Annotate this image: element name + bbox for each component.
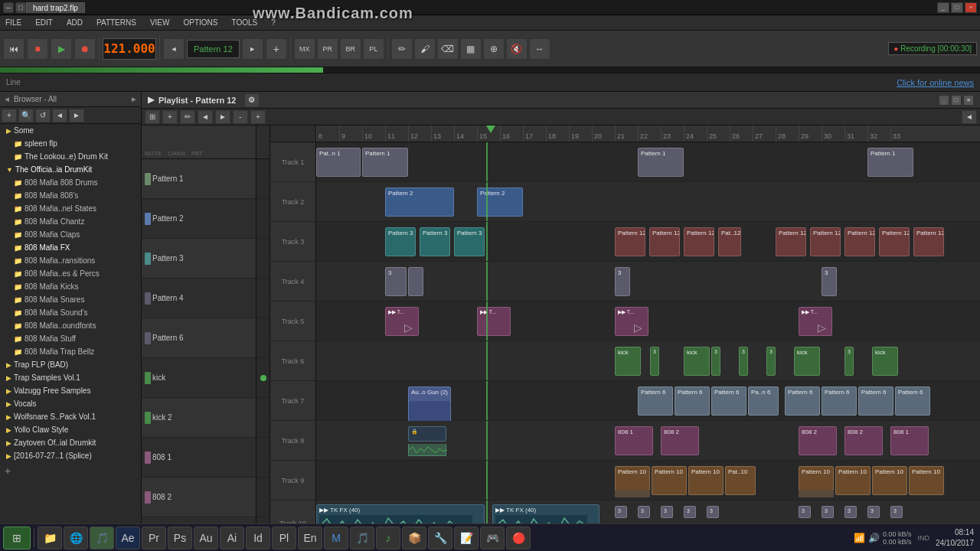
segment-t10-3j[interactable]: 3 (890, 506, 903, 518)
taskbar-indesign[interactable]: Id (246, 527, 270, 549)
segment-t5-808b[interactable]: ▶▶ T... (477, 307, 511, 336)
taskbar-prelude[interactable]: Pl (272, 527, 296, 549)
pattern-row-808-1[interactable]: 808 1 (142, 438, 256, 478)
segment-t3-ptn12h[interactable]: Pattern 12 (879, 227, 910, 256)
menu-edit[interactable]: EDIT (33, 18, 55, 28)
segment-t10-3c[interactable]: 3 (661, 506, 673, 518)
segment-t3-ptn12c[interactable]: Pattern 12 (684, 227, 714, 256)
segment-t8-808-3[interactable]: 808 2 (799, 426, 837, 455)
previous-btn[interactable]: ⏮ (3, 38, 24, 60)
menu-tools[interactable]: TOOLS (229, 18, 260, 28)
pattern-row-6[interactable]: Pattern 6 (142, 318, 256, 358)
segment-t7-ptn6h[interactable]: Pattern 6 (895, 386, 930, 416)
segment-t2-ptn2a[interactable]: Pattern 2 (385, 187, 454, 217)
browser-add-folder-btn[interactable]: + (0, 462, 141, 479)
browser-item-some[interactable]: ▶Some (0, 124, 141, 137)
pencil-tool[interactable]: ✏ (391, 38, 413, 60)
segment-t7-ptn6a[interactable]: Pattern 6 (638, 386, 673, 416)
add-pattern-btn[interactable]: + (266, 38, 287, 60)
segment-t8-lock[interactable]: 🔒 (408, 426, 446, 442)
browser-item-lookou[interactable]: 📁The Lookou..e) Drum Kit (0, 150, 141, 163)
browser-item-kicks[interactable]: 📁808 Mafia Kicks (0, 280, 141, 293)
segment-t4-b[interactable] (408, 267, 423, 296)
segment-t3-ptn12f[interactable]: Pattern 12 (810, 227, 841, 256)
segment-t10-3d[interactable]: 3 (684, 506, 696, 518)
browser-item-chantz[interactable]: 📁808 Mafia Chantz (0, 215, 141, 228)
pattern-row-4[interactable]: Pattern 4 (142, 279, 256, 318)
browser-item-valzugg[interactable]: ▶Valzugg Free Samples (0, 384, 141, 397)
next-marker-btn[interactable]: ► (215, 110, 230, 124)
segment-t3-ptn3c[interactable]: Pattern 3 (454, 227, 485, 256)
zoom-in-btn[interactable]: + (250, 110, 266, 124)
segment-t1-ptn1d[interactable]: Pattern 1 (867, 148, 913, 177)
segment-t8-808-4[interactable]: 808 2 (844, 426, 883, 455)
segment-t1-ptn1c[interactable]: Pattern 1 (638, 148, 684, 177)
taskbar-premiere[interactable]: Pr (142, 527, 166, 549)
browser-item-trapflp[interactable]: ▶Trap FLP (BAD) (0, 358, 141, 371)
pattern-row-kick2[interactable]: kick 2 (142, 398, 256, 438)
segment-t10-3b[interactable]: 3 (638, 506, 650, 518)
segment-t7-ptn6b[interactable]: Pattern 6 (675, 386, 710, 416)
browser-btn[interactable]: BR (340, 38, 361, 60)
start-button[interactable]: ⊞ (3, 527, 31, 549)
stop-btn[interactable]: ■ (27, 38, 48, 60)
taskbar-fl[interactable]: 🎵 (90, 527, 114, 549)
taskbar-photoshop[interactable]: Ps (168, 527, 192, 549)
taskbar-extra1[interactable]: 🔧 (428, 527, 452, 549)
play-btn[interactable]: ▶ (51, 38, 72, 60)
brush-tool[interactable]: 🖌 (414, 38, 436, 60)
browser-item-nel[interactable]: 📁808 Mafia..nel States (0, 202, 141, 215)
segment-t8-808-2[interactable]: 808 2 (661, 426, 699, 455)
segment-t3-ptn12g[interactable]: Pattern 12 (844, 227, 875, 256)
piano-roll-btn[interactable]: PR (317, 38, 338, 60)
menu-add[interactable]: ADD (64, 18, 85, 28)
playlist-max-btn[interactable]: □ (951, 95, 962, 106)
segment-t10-3e[interactable]: 3 (707, 506, 719, 518)
select-tool[interactable]: ▦ (460, 38, 482, 60)
browser-item-sounds[interactable]: 📁808 Mafia Sound's (0, 306, 141, 319)
taskbar-encore[interactable]: En (298, 527, 322, 549)
scroll-left-btn[interactable]: ◄ (962, 110, 977, 124)
pattern-row-808-2[interactable]: 808 2 (142, 478, 256, 517)
browser-add-btn[interactable]: + (2, 109, 17, 122)
pattern-next-btn[interactable]: ► (242, 38, 263, 60)
browser-item-soundfonts[interactable]: 📁808 Mafia..oundfonts (0, 319, 141, 332)
pattern-row-kick[interactable]: kick (142, 358, 256, 398)
app-maximize-btn[interactable]: □ (15, 2, 26, 13)
progress-bar-container[interactable] (0, 67, 980, 73)
win-close-btn[interactable]: × (965, 2, 977, 13)
mute-tool[interactable]: 🔇 (506, 38, 528, 60)
browser-item-vocals[interactable]: ▶Vocals (0, 397, 141, 410)
pattern-row-2[interactable]: Pattern 2 (142, 199, 256, 239)
segment-t6-3c[interactable]: 3 (739, 347, 748, 376)
segment-t7-ptn6e[interactable]: Pattern 6 (785, 386, 820, 416)
zoom-out-btn[interactable]: - (233, 110, 248, 124)
browser-refresh-btn[interactable]: ↺ (35, 109, 51, 122)
transport-play-icon[interactable]: ▶ (148, 95, 154, 105)
segment-t10-3i[interactable]: 3 (867, 506, 880, 518)
segment-t9-ptn10f[interactable]: Pattern 10 (835, 466, 871, 495)
taskbar-media[interactable]: M (324, 527, 348, 549)
taskbar-spotify[interactable]: ♪ (376, 527, 400, 549)
prev-marker-btn[interactable]: ◄ (198, 110, 213, 124)
browser-item-808drums[interactable]: 📁808 Mafia 808 Drums (0, 176, 141, 189)
taskbar-extra2[interactable]: 📝 (454, 527, 479, 549)
segment-t6-kick-b[interactable]: kick (684, 347, 710, 376)
browser-item-trapsamples[interactable]: ▶Trap Samples Vol.1 (0, 371, 141, 384)
segment-t6-3b[interactable]: 3 (711, 347, 720, 376)
taskbar-7zip[interactable]: 📦 (402, 527, 426, 549)
browser-item-stuff[interactable]: 📁808 Mafia Stuff (0, 332, 141, 345)
browser-item-bellz[interactable]: 📁808 Mafia Trap Bellz (0, 345, 141, 358)
browser-item-fx[interactable]: 📁808 Mafia FX (0, 241, 141, 254)
segment-t10-3a[interactable]: 3 (615, 506, 627, 518)
pattern-row-3[interactable]: Pattern 3 (142, 239, 256, 279)
segment-t9-ptn10g[interactable]: Pattern 10 (872, 466, 907, 495)
taskbar-extra4[interactable]: 🔴 (506, 527, 531, 549)
taskbar-browser[interactable]: 🌐 (64, 527, 88, 549)
menu-view[interactable]: VIEW (148, 18, 172, 28)
mixer-btn[interactable]: MX (294, 38, 315, 60)
grid-view-btn[interactable]: ⊞ (145, 110, 160, 124)
browser-item-splice[interactable]: ▶[2016-07-27..1 (Splice) (0, 449, 141, 462)
segment-t6-3a[interactable]: 3 (650, 347, 659, 376)
pattern-row-1[interactable]: Pattern 1 (142, 159, 256, 199)
